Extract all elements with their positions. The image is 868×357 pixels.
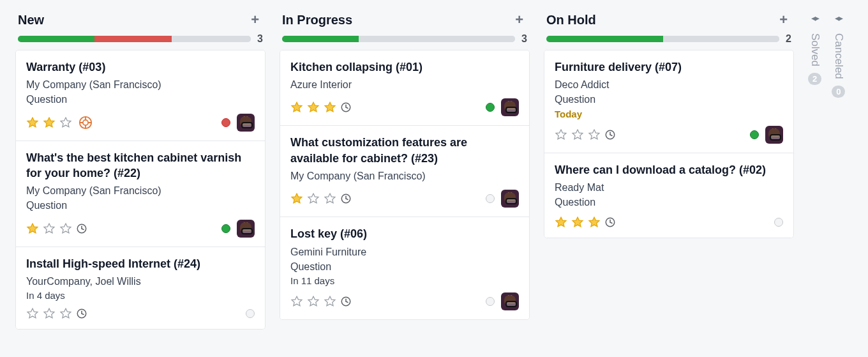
clock-icon[interactable] [340, 102, 352, 113]
status-dot[interactable] [221, 224, 230, 233]
collapsed-count: 2 [808, 73, 821, 85]
status-dot[interactable] [246, 309, 255, 318]
kanban-card[interactable]: Furniture delivery (#07)Deco AddictQuest… [544, 50, 793, 153]
progress-segment [282, 36, 359, 42]
card-footer-right [486, 292, 519, 310]
status-dot[interactable] [486, 103, 495, 112]
status-dot[interactable] [774, 218, 783, 227]
status-dot[interactable] [486, 194, 495, 203]
card-title: Kitchen collapsing (#01) [290, 59, 519, 75]
card-footer-left [290, 101, 352, 114]
clock-icon[interactable] [340, 296, 352, 307]
star-icon[interactable] [59, 307, 72, 320]
add-card-button[interactable]: + [511, 10, 527, 29]
card-footer-right [221, 220, 255, 238]
svg-line-23 [610, 135, 612, 136]
star-icon[interactable] [571, 128, 584, 141]
card-due: In 11 days [290, 275, 519, 286]
kanban-card[interactable]: Lost key (#06)Gemini FurnitureQuestionIn… [280, 217, 529, 319]
star-icon[interactable] [307, 101, 320, 114]
star-icon[interactable] [290, 192, 303, 205]
star-icon[interactable] [588, 128, 601, 141]
status-dot[interactable] [221, 118, 230, 127]
card-footer [555, 126, 783, 144]
kanban-card[interactable]: What's the best kitchen cabinet varnish … [16, 141, 265, 247]
star-icon[interactable] [26, 116, 39, 129]
lifebelt-icon[interactable] [79, 116, 93, 130]
avatar[interactable] [501, 190, 519, 208]
card-title: Install High-speed Internet (#24) [26, 256, 255, 271]
collapsed-column-canceled[interactable]: ◂▸ Canceled 0 [832, 13, 845, 347]
clock-icon[interactable] [76, 223, 87, 234]
star-icon[interactable] [588, 216, 601, 229]
expand-icon[interactable]: ◂▸ [811, 13, 819, 23]
card-subtitle: My Company (San Francisco) [26, 77, 255, 92]
star-icon[interactable] [307, 295, 320, 308]
collapsed-count: 0 [832, 86, 845, 98]
expand-icon[interactable]: ◂▸ [835, 13, 842, 23]
avatar[interactable] [501, 292, 519, 310]
card-subtitle: Gemini Furniture [290, 245, 519, 259]
avatar[interactable] [501, 98, 519, 116]
card-title: Where can I download a catalog? (#02) [555, 162, 783, 178]
star-icon[interactable] [43, 222, 56, 235]
card-due: Today [555, 109, 783, 119]
collapsed-column-solved[interactable]: ◂▸ Solved 2 [808, 13, 821, 347]
card-footer [26, 114, 255, 132]
collapsed-columns: ◂▸ Solved 2 ◂▸ Canceled 0 [808, 10, 845, 347]
status-dot[interactable] [750, 130, 759, 139]
progress-bar[interactable] [282, 36, 515, 42]
card-footer-left [26, 307, 87, 320]
kanban-card[interactable]: Kitchen collapsing (#01)Azure Interior [280, 50, 529, 126]
column-count: 3 [257, 33, 263, 45]
add-card-button[interactable]: + [775, 10, 791, 29]
star-icon[interactable] [43, 307, 56, 320]
kanban-card[interactable]: What customization features are availabl… [280, 126, 529, 217]
avatar[interactable] [237, 220, 255, 238]
column-count: 3 [521, 33, 527, 45]
kanban-card[interactable]: Warranty (#03)My Company (San Francisco)… [16, 50, 265, 141]
avatar[interactable] [765, 126, 783, 144]
star-icon[interactable] [324, 295, 336, 308]
star-icon[interactable] [290, 101, 303, 114]
star-icon[interactable] [59, 116, 72, 129]
star-icon[interactable] [290, 295, 303, 308]
star-icon[interactable] [324, 192, 336, 205]
progress-segment [172, 36, 251, 42]
column-progress: 2 [544, 33, 794, 50]
star-icon[interactable] [571, 216, 584, 229]
avatar[interactable] [237, 114, 255, 132]
clock-icon[interactable] [340, 193, 352, 204]
star-icon[interactable] [307, 192, 320, 205]
star-icon[interactable] [26, 222, 39, 235]
card-footer [290, 292, 519, 310]
svg-line-8 [82, 229, 84, 230]
card-footer-right [486, 190, 519, 208]
kanban-card[interactable]: Where can I download a catalog? (#02)Rea… [544, 153, 793, 238]
svg-line-11 [82, 314, 84, 315]
progress-segment [546, 36, 663, 42]
card-footer-left [26, 222, 87, 235]
progress-segment [663, 36, 780, 42]
column-count: 2 [786, 33, 791, 45]
star-icon[interactable] [59, 222, 72, 235]
card-footer-left [290, 295, 352, 308]
star-icon[interactable] [43, 116, 56, 129]
progress-bar[interactable] [546, 36, 779, 42]
kanban-card[interactable]: Install High-speed Internet (#24)YourCom… [16, 247, 265, 329]
column-inprogress: In Progress + 3Kitchen collapsing (#01)A… [280, 10, 530, 347]
star-icon[interactable] [555, 216, 567, 229]
star-icon[interactable] [555, 128, 567, 141]
status-dot[interactable] [486, 297, 495, 306]
column-onhold: On Hold + 2Furniture delivery (#07)Deco … [544, 10, 794, 347]
clock-icon[interactable] [604, 216, 616, 228]
clock-icon[interactable] [604, 129, 616, 141]
clock-icon[interactable] [76, 308, 87, 319]
column-progress: 3 [15, 33, 266, 50]
add-card-button[interactable]: + [247, 10, 263, 29]
star-icon[interactable] [324, 101, 336, 114]
progress-bar[interactable] [18, 36, 251, 42]
card-list: Kitchen collapsing (#01)Azure Interior W… [280, 50, 530, 320]
progress-segment [18, 36, 94, 42]
star-icon[interactable] [26, 307, 39, 320]
